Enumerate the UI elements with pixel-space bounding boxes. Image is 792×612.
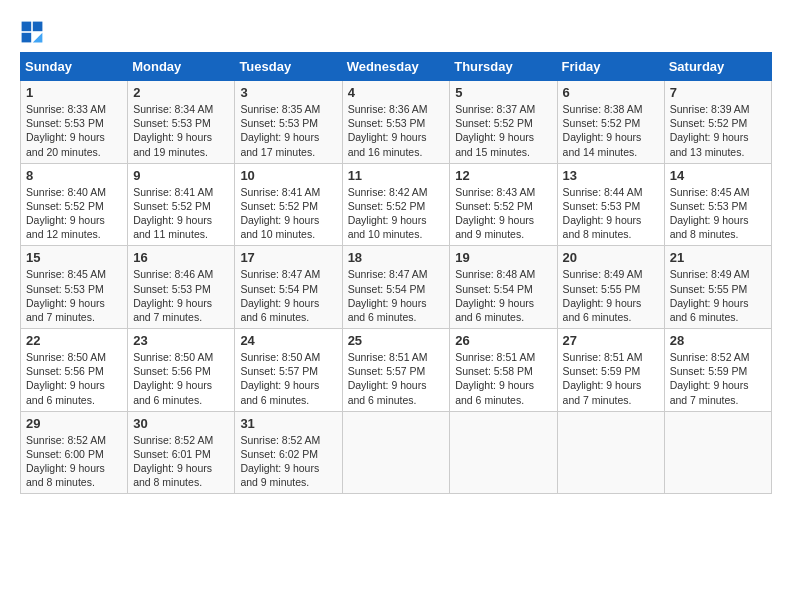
daylight-label: Daylight: 9 hours and 7 minutes. (563, 379, 642, 405)
day-info: Sunrise: 8:48 AM Sunset: 5:54 PM Dayligh… (455, 267, 551, 324)
sunset-label: Sunset: 5:52 PM (455, 200, 533, 212)
daylight-label: Daylight: 9 hours and 20 minutes. (26, 131, 105, 157)
column-header-friday: Friday (557, 53, 664, 81)
day-info: Sunrise: 8:42 AM Sunset: 5:52 PM Dayligh… (348, 185, 445, 242)
daylight-label: Daylight: 9 hours and 19 minutes. (133, 131, 212, 157)
calendar-week-3: 15 Sunrise: 8:45 AM Sunset: 5:53 PM Dayl… (21, 246, 772, 329)
day-info: Sunrise: 8:51 AM Sunset: 5:59 PM Dayligh… (563, 350, 659, 407)
calendar-cell: 31 Sunrise: 8:52 AM Sunset: 6:02 PM Dayl… (235, 411, 342, 494)
sunset-label: Sunset: 5:52 PM (670, 117, 748, 129)
day-info: Sunrise: 8:37 AM Sunset: 5:52 PM Dayligh… (455, 102, 551, 159)
day-info: Sunrise: 8:34 AM Sunset: 5:53 PM Dayligh… (133, 102, 229, 159)
day-info: Sunrise: 8:50 AM Sunset: 5:56 PM Dayligh… (26, 350, 122, 407)
sunset-label: Sunset: 5:53 PM (348, 117, 426, 129)
daylight-label: Daylight: 9 hours and 6 minutes. (563, 297, 642, 323)
sunset-label: Sunset: 5:53 PM (133, 283, 211, 295)
sunset-label: Sunset: 5:57 PM (240, 365, 318, 377)
day-info: Sunrise: 8:50 AM Sunset: 5:56 PM Dayligh… (133, 350, 229, 407)
day-number: 4 (348, 85, 445, 100)
sunset-label: Sunset: 5:53 PM (26, 117, 104, 129)
daylight-label: Daylight: 9 hours and 6 minutes. (240, 297, 319, 323)
sunset-label: Sunset: 6:02 PM (240, 448, 318, 460)
sunset-label: Sunset: 5:53 PM (26, 283, 104, 295)
day-number: 13 (563, 168, 659, 183)
calendar-cell: 13 Sunrise: 8:44 AM Sunset: 5:53 PM Dayl… (557, 163, 664, 246)
calendar-cell: 5 Sunrise: 8:37 AM Sunset: 5:52 PM Dayli… (450, 81, 557, 164)
daylight-label: Daylight: 9 hours and 6 minutes. (348, 379, 427, 405)
calendar-cell: 20 Sunrise: 8:49 AM Sunset: 5:55 PM Dayl… (557, 246, 664, 329)
sunrise-label: Sunrise: 8:41 AM (133, 186, 213, 198)
daylight-label: Daylight: 9 hours and 6 minutes. (240, 379, 319, 405)
sunrise-label: Sunrise: 8:49 AM (563, 268, 643, 280)
day-info: Sunrise: 8:52 AM Sunset: 6:00 PM Dayligh… (26, 433, 122, 490)
daylight-label: Daylight: 9 hours and 6 minutes. (455, 297, 534, 323)
daylight-label: Daylight: 9 hours and 15 minutes. (455, 131, 534, 157)
sunrise-label: Sunrise: 8:34 AM (133, 103, 213, 115)
day-info: Sunrise: 8:40 AM Sunset: 5:52 PM Dayligh… (26, 185, 122, 242)
sunset-label: Sunset: 5:54 PM (240, 283, 318, 295)
daylight-label: Daylight: 9 hours and 7 minutes. (133, 297, 212, 323)
calendar-cell: 7 Sunrise: 8:39 AM Sunset: 5:52 PM Dayli… (664, 81, 771, 164)
day-info: Sunrise: 8:45 AM Sunset: 5:53 PM Dayligh… (26, 267, 122, 324)
day-info: Sunrise: 8:49 AM Sunset: 5:55 PM Dayligh… (670, 267, 766, 324)
sunset-label: Sunset: 5:54 PM (455, 283, 533, 295)
sunset-label: Sunset: 5:52 PM (240, 200, 318, 212)
day-number: 3 (240, 85, 336, 100)
daylight-label: Daylight: 9 hours and 8 minutes. (670, 214, 749, 240)
day-info: Sunrise: 8:41 AM Sunset: 5:52 PM Dayligh… (133, 185, 229, 242)
sunset-label: Sunset: 5:58 PM (455, 365, 533, 377)
calendar-table: SundayMondayTuesdayWednesdayThursdayFrid… (20, 52, 772, 494)
day-number: 14 (670, 168, 766, 183)
day-info: Sunrise: 8:35 AM Sunset: 5:53 PM Dayligh… (240, 102, 336, 159)
calendar-cell: 24 Sunrise: 8:50 AM Sunset: 5:57 PM Dayl… (235, 329, 342, 412)
daylight-label: Daylight: 9 hours and 6 minutes. (455, 379, 534, 405)
sunset-label: Sunset: 5:53 PM (563, 200, 641, 212)
day-info: Sunrise: 8:51 AM Sunset: 5:57 PM Dayligh… (348, 350, 445, 407)
sunrise-label: Sunrise: 8:51 AM (455, 351, 535, 363)
day-info: Sunrise: 8:47 AM Sunset: 5:54 PM Dayligh… (240, 267, 336, 324)
day-number: 28 (670, 333, 766, 348)
calendar-cell: 22 Sunrise: 8:50 AM Sunset: 5:56 PM Dayl… (21, 329, 128, 412)
calendar-cell: 28 Sunrise: 8:52 AM Sunset: 5:59 PM Dayl… (664, 329, 771, 412)
day-number: 9 (133, 168, 229, 183)
sunrise-label: Sunrise: 8:42 AM (348, 186, 428, 198)
day-info: Sunrise: 8:52 AM Sunset: 6:02 PM Dayligh… (240, 433, 336, 490)
sunset-label: Sunset: 5:52 PM (133, 200, 211, 212)
calendar-cell: 23 Sunrise: 8:50 AM Sunset: 5:56 PM Dayl… (128, 329, 235, 412)
daylight-label: Daylight: 9 hours and 6 minutes. (348, 297, 427, 323)
calendar-cell: 29 Sunrise: 8:52 AM Sunset: 6:00 PM Dayl… (21, 411, 128, 494)
sunrise-label: Sunrise: 8:47 AM (348, 268, 428, 280)
daylight-label: Daylight: 9 hours and 8 minutes. (26, 462, 105, 488)
day-number: 7 (670, 85, 766, 100)
sunset-label: Sunset: 5:55 PM (563, 283, 641, 295)
daylight-label: Daylight: 9 hours and 7 minutes. (26, 297, 105, 323)
sunrise-label: Sunrise: 8:52 AM (26, 434, 106, 446)
sunrise-label: Sunrise: 8:38 AM (563, 103, 643, 115)
sunset-label: Sunset: 5:56 PM (133, 365, 211, 377)
day-number: 5 (455, 85, 551, 100)
sunrise-label: Sunrise: 8:36 AM (348, 103, 428, 115)
calendar-cell: 1 Sunrise: 8:33 AM Sunset: 5:53 PM Dayli… (21, 81, 128, 164)
sunrise-label: Sunrise: 8:40 AM (26, 186, 106, 198)
calendar-cell (342, 411, 450, 494)
day-number: 25 (348, 333, 445, 348)
calendar-cell: 10 Sunrise: 8:41 AM Sunset: 5:52 PM Dayl… (235, 163, 342, 246)
daylight-label: Daylight: 9 hours and 13 minutes. (670, 131, 749, 157)
calendar-cell: 17 Sunrise: 8:47 AM Sunset: 5:54 PM Dayl… (235, 246, 342, 329)
sunrise-label: Sunrise: 8:41 AM (240, 186, 320, 198)
calendar-week-5: 29 Sunrise: 8:52 AM Sunset: 6:00 PM Dayl… (21, 411, 772, 494)
daylight-label: Daylight: 9 hours and 12 minutes. (26, 214, 105, 240)
page-header (20, 20, 772, 44)
column-header-sunday: Sunday (21, 53, 128, 81)
day-info: Sunrise: 8:39 AM Sunset: 5:52 PM Dayligh… (670, 102, 766, 159)
daylight-label: Daylight: 9 hours and 14 minutes. (563, 131, 642, 157)
sunset-label: Sunset: 5:52 PM (26, 200, 104, 212)
calendar-cell: 12 Sunrise: 8:43 AM Sunset: 5:52 PM Dayl… (450, 163, 557, 246)
daylight-label: Daylight: 9 hours and 11 minutes. (133, 214, 212, 240)
sunset-label: Sunset: 5:54 PM (348, 283, 426, 295)
daylight-label: Daylight: 9 hours and 8 minutes. (563, 214, 642, 240)
calendar-cell: 25 Sunrise: 8:51 AM Sunset: 5:57 PM Dayl… (342, 329, 450, 412)
day-number: 16 (133, 250, 229, 265)
sunrise-label: Sunrise: 8:50 AM (26, 351, 106, 363)
day-number: 27 (563, 333, 659, 348)
